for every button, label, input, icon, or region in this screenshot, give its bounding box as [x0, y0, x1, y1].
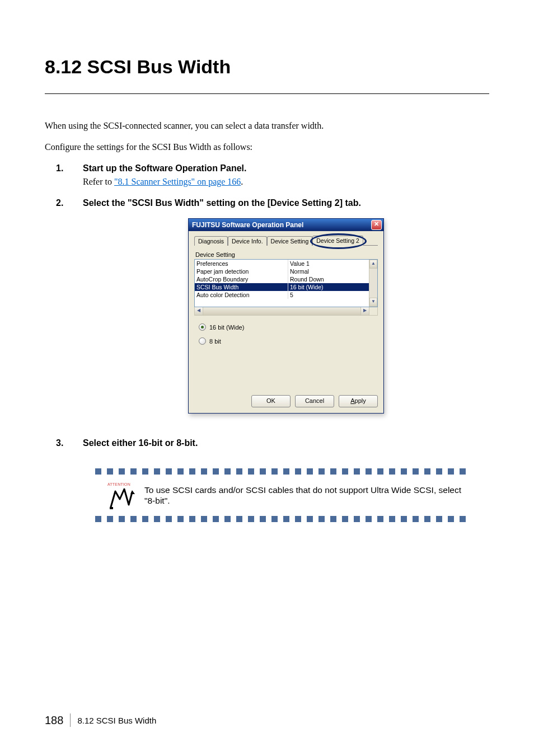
device-setting-listbox[interactable]: PreferencesValue 1 Paper jam detectionNo…: [194, 259, 378, 307]
section-heading: 8.12 SCSI Bus Width: [45, 56, 489, 78]
list-row: Paper jam detectionNormal: [195, 267, 369, 275]
step-title: Start up the Software Operation Panel.: [83, 163, 489, 173]
tab-label: Device Setting 2: [316, 237, 359, 244]
vertical-scrollbar[interactable]: ▲ ▼: [369, 260, 377, 307]
close-icon: ✕: [374, 220, 379, 227]
row-name: Auto color Detection: [195, 291, 288, 299]
scroll-down-icon[interactable]: ▼: [369, 298, 377, 307]
page-footer: 188 8.12 SCSI Bus Width: [45, 713, 156, 727]
radio-label: 16 bit (Wide): [209, 324, 244, 331]
svg-rect-1: [110, 507, 113, 509]
tab-diagnosis[interactable]: Diagnosis: [194, 236, 228, 246]
radio-icon: [199, 337, 206, 345]
device-setting-label: Device Setting: [195, 251, 377, 258]
step-title: Select either 16-bit or 8-bit.: [83, 438, 489, 448]
apply-button[interactable]: Apply: [339, 395, 378, 407]
horizontal-scrollbar[interactable]: ◀ ▶: [194, 307, 378, 316]
software-operation-panel-dialog: FUJITSU Software Operation Panel ✕ Diagn…: [188, 218, 384, 414]
row-value: 16 bit (Wide): [288, 283, 369, 291]
list-row: PreferencesValue 1: [195, 260, 369, 267]
footer-separator: [70, 713, 71, 727]
tab-device-setting-2[interactable]: Device Setting 2: [312, 236, 363, 246]
list-row: Auto color Detection5: [195, 291, 369, 299]
ref-prefix: Refer to: [83, 177, 114, 186]
radio-icon: [199, 323, 206, 331]
scroll-up-icon[interactable]: ▲: [369, 260, 377, 269]
attention-block: ATTENTION To use SCSI cards and/or SCSI …: [95, 468, 470, 522]
attention-label: ATTENTION: [107, 482, 130, 486]
intro-paragraph-1: When using the SCSI-connected scanner, y…: [45, 121, 489, 131]
step-number: 3.: [45, 438, 83, 452]
step-number: 2.: [45, 198, 83, 427]
tab-device-info[interactable]: Device Info.: [228, 236, 266, 246]
scanner-settings-link[interactable]: "8.1 Scanner Settings" on page 166: [114, 177, 241, 186]
attention-icon: [107, 488, 135, 510]
attention-text: To use SCSI cards and/or SCSI cables tha…: [144, 485, 470, 506]
close-button[interactable]: ✕: [371, 220, 382, 230]
row-value: Value 1: [288, 260, 369, 267]
dot-row-bottom: [95, 516, 470, 522]
tab-strip: Diagnosis Device Info. Device Setting De…: [194, 236, 378, 246]
step-number: 1.: [45, 163, 83, 187]
step-title: Select the "SCSI Bus Width" setting on t…: [83, 198, 489, 208]
row-name: AutoCrop Boundary: [195, 275, 288, 283]
list-row: AutoCrop BoundaryRound Down: [195, 275, 369, 283]
footer-title: 8.12 SCSI Bus Width: [77, 716, 156, 725]
ref-suffix: .: [241, 177, 243, 186]
scroll-right-icon[interactable]: ▶: [360, 307, 369, 315]
step-reference: Refer to "8.1 Scanner Settings" on page …: [83, 177, 489, 187]
heading-rule: [45, 93, 489, 94]
row-name: Paper jam detection: [195, 267, 288, 275]
intro-paragraph-2: Configure the settings for the SCSI Bus …: [45, 142, 489, 152]
dialog-title: FUJITSU Software Operation Panel: [192, 221, 303, 229]
svg-marker-0: [130, 490, 135, 494]
scroll-left-icon[interactable]: ◀: [195, 307, 203, 315]
row-name: SCSI Bus Width: [195, 283, 288, 291]
tab-device-setting[interactable]: Device Setting: [267, 236, 313, 246]
row-name: Preferences: [195, 260, 288, 267]
list-row-selected: SCSI Bus Width16 bit (Wide): [195, 283, 369, 291]
ok-button[interactable]: OK: [251, 395, 291, 407]
radio-16-bit[interactable]: 16 bit (Wide): [199, 323, 373, 331]
cancel-button[interactable]: Cancel: [295, 395, 334, 407]
row-value: 5: [288, 291, 369, 299]
dot-row-top: [95, 468, 470, 475]
row-value: Round Down: [288, 275, 369, 283]
page-number: 188: [45, 714, 63, 727]
dialog-titlebar: FUJITSU Software Operation Panel ✕: [189, 219, 383, 231]
radio-8-bit[interactable]: 8 bit: [199, 337, 373, 345]
row-value: Normal: [288, 267, 369, 275]
radio-label: 8 bit: [209, 338, 221, 345]
